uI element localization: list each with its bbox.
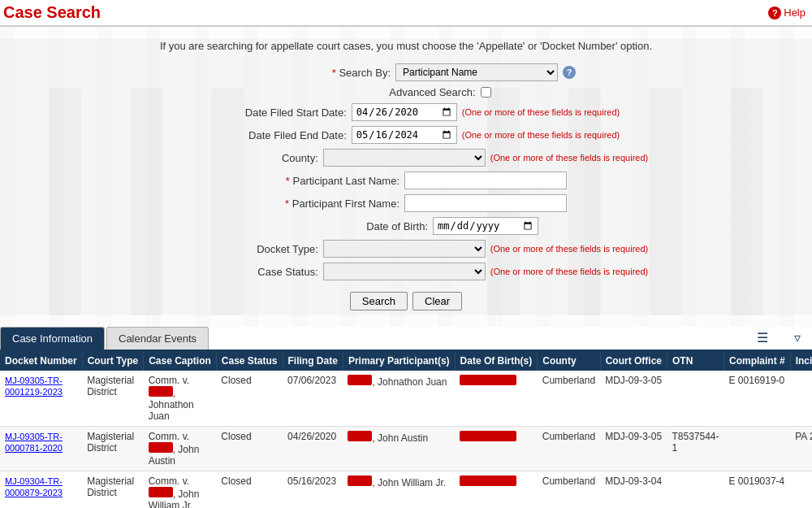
search-by-label: * Search By: (236, 67, 391, 79)
table-cell (667, 371, 723, 427)
dob-row: Date of Birth: (16, 217, 796, 235)
redacted-dob (460, 375, 516, 385)
date-start-wrap: (One or more of these fields is required… (352, 103, 620, 121)
col-complaint: Complaint # (724, 351, 791, 371)
page-title: Case Search (3, 3, 101, 22)
table-cell: PA 2020-5 (790, 427, 812, 471)
case-status-label: Case Status: (164, 266, 318, 278)
table-cell: MDJ-09-3-04 (600, 471, 667, 509)
table-cell (724, 427, 791, 471)
docket-type-wrap: (One or more of these fields is required… (323, 240, 648, 258)
col-dob: Date Of Birth(s) (455, 351, 538, 371)
tab-calendar-events[interactable]: Calendar Events (106, 327, 209, 350)
table-header-row: Docket Number Court Type Case Caption Ca… (0, 351, 812, 371)
county-row: County: (One or more of these fields is … (16, 149, 796, 167)
page-header: Case Search ? Help (0, 0, 812, 27)
docket-number-link[interactable]: MJ-09304-TR-0000879-2023 (5, 476, 63, 497)
docket-number-link[interactable]: MJ-09305-TR-0001219-2023 (5, 376, 63, 397)
info-text: If you are searching for appellate court… (16, 35, 796, 52)
advanced-search-row: Advanced Search: (16, 86, 796, 98)
tab-case-information[interactable]: Case Information (0, 327, 105, 350)
table-cell: Cumberland (538, 427, 600, 471)
redacted-dob (460, 431, 516, 441)
last-name-wrap (404, 172, 567, 189)
clear-button[interactable]: Clear (412, 292, 462, 310)
help-label: Help (784, 7, 806, 19)
last-name-input[interactable] (404, 172, 567, 189)
advanced-search-wrap (481, 87, 491, 98)
search-by-help-icon[interactable]: ? (563, 66, 576, 79)
table-head: Docket Number Court Type Case Caption Ca… (0, 351, 812, 371)
date-start-row: Date Filed Start Date: (One or more of t… (16, 103, 796, 121)
docket-number-link[interactable]: MJ-09305-TR-0000781-2020 (5, 432, 63, 453)
help-link[interactable]: ? Help (768, 7, 806, 20)
docket-number-cell[interactable]: MJ-09305-TR-0000781-2020 (0, 427, 82, 471)
col-primary-participant: Primary Participant(s) (343, 351, 455, 371)
case-status-wrap: (One or more of these fields is required… (323, 263, 648, 280)
dob-cell (455, 427, 538, 471)
case-status-cell: Closed (216, 371, 283, 427)
date-start-input[interactable] (352, 103, 457, 121)
court-type-cell: Magisterial District (82, 471, 143, 509)
table-cell: E 0019037-4 (724, 471, 791, 509)
search-by-row: * Search By: Participant Name Docket Num… (16, 63, 796, 81)
table-cell (790, 471, 812, 509)
dob-label: Date of Birth: (274, 220, 428, 232)
search-area: If you are searching for appellate court… (0, 27, 812, 327)
redacted-caption (149, 487, 173, 497)
dob-cell (455, 471, 538, 509)
results-table-wrap: Docket Number Court Type Case Caption Ca… (0, 351, 812, 508)
county-label: County: (164, 152, 318, 164)
date-end-input[interactable] (352, 126, 457, 144)
last-name-label: * Participant Last Name: (245, 175, 400, 187)
date-end-row: Date Filed End Date: (One or more of the… (16, 126, 796, 144)
county-select[interactable] (323, 149, 486, 167)
table-cell: Cumberland (538, 471, 600, 509)
redacted-participant (348, 375, 372, 385)
table-cell: MDJ-09-3-05 (600, 371, 667, 427)
advanced-search-checkbox[interactable] (481, 87, 491, 98)
search-button[interactable]: Search (350, 292, 408, 310)
case-caption-cell: Comm. v. , Johnathon Juan (144, 371, 217, 427)
col-otn: OTN (667, 351, 723, 371)
table-row[interactable]: MJ-09305-TR-0001219-2023Magisterial Dist… (0, 371, 812, 427)
table-cell: 04/26/2020 (283, 427, 343, 471)
date-start-hint: (One or more of these fields is required… (462, 107, 620, 117)
case-status-select[interactable] (323, 263, 486, 280)
redacted-dob (460, 475, 516, 486)
search-by-wrap: Participant Name Docket Number Appellate… (395, 63, 576, 81)
table-cell: E 0016919-0 (724, 371, 791, 427)
menu-icon-btn[interactable]: ☰ (745, 328, 780, 348)
col-court-office: Court Office (600, 351, 667, 371)
table-cell: Cumberland (538, 371, 600, 427)
date-end-wrap: (One or more of these fields is required… (352, 126, 620, 144)
col-court-type: Court Type (82, 351, 143, 371)
btn-row: Search Clear (350, 292, 462, 310)
dob-cell (455, 371, 538, 427)
search-by-select[interactable]: Participant Name Docket Number Appellate (395, 63, 558, 81)
docket-type-row: Docket Type: (One or more of these field… (16, 240, 796, 258)
first-name-label: * Participant First Name: (245, 198, 400, 210)
search-content: If you are searching for appellate court… (16, 35, 796, 310)
table-cell (790, 371, 812, 427)
table-row[interactable]: MJ-09305-TR-0000781-2020Magisterial Dist… (0, 427, 812, 471)
table-cell: 07/06/2023 (283, 371, 343, 427)
redacted-caption (149, 386, 173, 397)
court-type-cell: Magisterial District (82, 427, 143, 471)
filter-icon-btn[interactable]: ▿ (783, 328, 812, 348)
docket-number-cell[interactable]: MJ-09305-TR-0001219-2023 (0, 371, 82, 427)
case-status-cell: Closed (216, 427, 283, 471)
primary-participant-cell: , John Austin (343, 427, 455, 471)
redacted-participant (348, 431, 372, 441)
first-name-input[interactable] (404, 194, 567, 212)
first-name-row: * Participant First Name: (16, 194, 796, 212)
docket-number-cell[interactable]: MJ-09304-TR-0000879-2023 (0, 471, 82, 509)
court-type-cell: Magisterial District (82, 371, 143, 427)
docket-type-hint: (One or more of these fields is required… (490, 244, 648, 254)
docket-type-select[interactable] (323, 240, 486, 258)
date-end-label: Date Filed End Date: (192, 129, 347, 141)
dob-input[interactable] (433, 217, 538, 235)
docket-type-label: Docket Type: (164, 243, 318, 255)
table-row[interactable]: MJ-09304-TR-0000879-2023Magisterial Dist… (0, 471, 812, 509)
redacted-caption (149, 442, 173, 453)
